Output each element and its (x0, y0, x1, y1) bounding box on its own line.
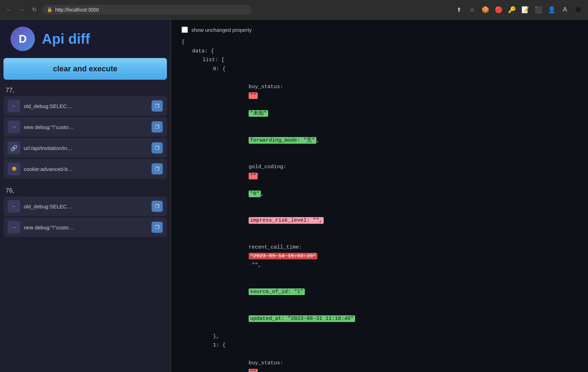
diff-key: gold_coding: (249, 164, 289, 170)
ext7-icon[interactable]: A (559, 4, 571, 15)
diff-line: }, (182, 332, 578, 341)
show-unchanged-label: show unchanged property (191, 27, 252, 33)
arrow-right-icon: → (8, 121, 20, 133)
ext1-icon[interactable]: 🍪 (480, 4, 491, 15)
diff-key: buy_status: (249, 84, 286, 90)
arrow-left-icon: ← (8, 100, 20, 112)
ext2-icon[interactable]: 🔴 (493, 4, 504, 15)
forward-button[interactable]: → (17, 5, 27, 15)
clear-execute-button[interactable]: clear and execute (3, 58, 167, 80)
diff-added-value: updated_at: "2023-08-31 11:18:46" (249, 315, 355, 322)
diff-key: buy_status: (249, 360, 286, 366)
copy-button[interactable]: ❐ (152, 222, 163, 233)
diff-line: { (182, 38, 578, 47)
diff-header: show unchanged property (182, 27, 578, 33)
arrow-left-icon: ← (8, 200, 20, 213)
item-text: new debug:"\"custo… (24, 224, 148, 230)
section-number-76: 76, (0, 184, 170, 196)
copy-icon: ❐ (155, 124, 160, 130)
list-item[interactable]: ← old_debug:SELEC… ❐ (3, 196, 167, 216)
copy-icon: ❐ (155, 224, 160, 230)
app-title: Api diff (42, 31, 90, 47)
diff-added-value: forwarding_mode: "无" (249, 137, 316, 144)
copy-button[interactable]: ❐ (152, 100, 163, 112)
section-number-77: 77, (0, 83, 170, 96)
app-logo: D (10, 27, 35, 51)
copy-button[interactable]: ❐ (152, 163, 163, 174)
diff-line: recent_call_time: "2023-09-14 16:03:20" … (182, 234, 578, 279)
diff-line: buy_status: "" "未知" (182, 73, 578, 127)
diff-line: data: { (182, 47, 578, 56)
copy-button[interactable]: ❐ (152, 201, 163, 212)
item-text: new debug:"\"custo… (24, 124, 148, 130)
copy-button[interactable]: ❐ (152, 142, 163, 153)
ext5-icon[interactable]: ⬛ (533, 4, 544, 15)
items-list-77: ← old_debug:SELEC… ❐ → new debug:"\"cust… (0, 96, 170, 179)
browser-toolbar: ⬆ ☆ 🍪 🔴 🔑 📝 ⬛ 👤 A ⚙ (453, 4, 584, 15)
diff-line: buy_status: "" "未知" (182, 350, 578, 372)
item-text: old_debug:SELEC… (24, 203, 148, 209)
diff-new-value: "0" (249, 191, 261, 197)
url-input[interactable] (55, 7, 247, 13)
ext4-icon[interactable]: 📝 (520, 4, 531, 15)
ext6-icon[interactable]: 👤 (546, 4, 557, 15)
diff-old-value: "2023-09-14 16:03:20" (249, 253, 317, 259)
diff-old-value: "" (249, 92, 258, 99)
diff-line: 0: { (182, 65, 578, 74)
diff-removed-value: impress_risk_level: "", (249, 217, 324, 224)
diff-line: impress_risk_level: "", (182, 207, 578, 234)
diff-line: 1: { (182, 341, 578, 350)
copy-icon: ❐ (155, 145, 160, 151)
main-layout: D Api diff clear and execute 77, ← old_d… (0, 20, 588, 372)
diff-line: list: [ (182, 56, 578, 65)
left-panel: D Api diff clear and execute 77, ← old_d… (0, 20, 171, 372)
copy-icon: ❐ (155, 103, 160, 109)
list-item[interactable]: → new debug:"\"custo… ❐ (3, 117, 167, 137)
arrow-right-icon: → (8, 221, 20, 234)
list-item[interactable]: → new debug:"\"custo… ❐ (3, 217, 167, 237)
diff-old-value: "" (249, 173, 258, 179)
items-list-76: ← old_debug:SELEC… ❐ → new debug:"\"cust… (0, 196, 170, 237)
copy-icon: ❐ (155, 203, 160, 209)
app-header: D Api diff (0, 20, 170, 58)
list-item[interactable]: 🔗 url:/api/invitation/in… ❐ (3, 138, 167, 158)
cookie-icon: 🍪 (8, 163, 20, 175)
show-unchanged-checkbox[interactable] (182, 27, 188, 33)
item-text: cookie:advanced-b… (24, 166, 148, 172)
list-item[interactable]: 🍪 cookie:advanced-b… ❐ (3, 159, 167, 179)
diff-line: updated_at: "2023-08-31 11:18:46" (182, 305, 578, 332)
diff-line: gold_coding: "" "0", (182, 154, 578, 207)
share-icon[interactable]: ⬆ (453, 4, 464, 15)
ext8-icon[interactable]: ⚙ (573, 4, 584, 15)
diff-line: forwarding_mode: "无", (182, 127, 578, 154)
link-icon: 🔗 (8, 142, 20, 154)
list-item[interactable]: ← old_debug:SELEC… ❐ (3, 96, 167, 116)
address-bar: 🔒 (42, 5, 251, 15)
diff-old-value: "" (249, 369, 258, 372)
ext3-icon[interactable]: 🔑 (506, 4, 517, 15)
section-77: 77, ← old_debug:SELEC… ❐ → new debug:"\"… (0, 83, 170, 179)
item-text: old_debug:SELEC… (24, 103, 148, 109)
diff-new-value: "未知" (249, 110, 268, 117)
copy-icon: ❐ (155, 166, 160, 172)
browser-chrome: ← → ↻ 🔒 ⬆ ☆ 🍪 🔴 🔑 📝 ⬛ 👤 A ⚙ (0, 0, 588, 20)
diff-key: recent_call_time: (249, 244, 305, 250)
refresh-button[interactable]: ↻ (29, 5, 39, 15)
diff-panel: show unchanged property { data: { list: … (171, 20, 588, 372)
bookmark-icon[interactable]: ☆ (466, 4, 478, 15)
diff-added-value: source_of_id: "1" (249, 288, 305, 295)
lock-icon: 🔒 (47, 7, 52, 12)
copy-button[interactable]: ❐ (152, 121, 163, 133)
back-button[interactable]: ← (4, 5, 14, 15)
diff-line: source_of_id: "1" (182, 279, 578, 306)
diff-content: { data: { list: [ 0: { buy_status: "" "未… (182, 38, 578, 372)
item-text: url:/api/invitation/in… (24, 145, 148, 151)
section-76: 76, ← old_debug:SELEC… ❐ → new debug:"\"… (0, 184, 170, 237)
